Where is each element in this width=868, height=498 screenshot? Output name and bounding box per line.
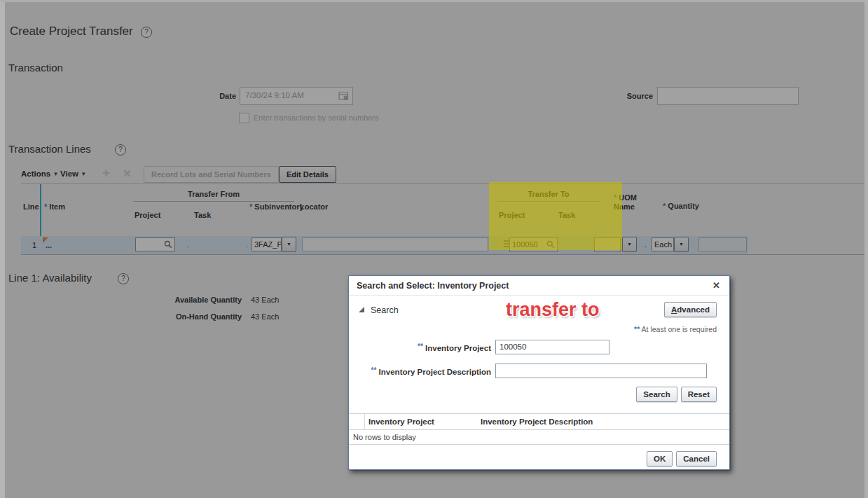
required-marker: ** [418,343,423,350]
inventory-project-description-input[interactable] [495,364,707,378]
search-section-label: Search [371,305,399,315]
results-top-border [349,413,729,414]
window-edge-top [0,0,868,2]
inventory-project-input[interactable]: 100050 [495,340,609,354]
results-col-header-project: Inventory Project [368,417,434,426]
required-note: ** At least one is required [634,325,717,333]
inventory-project-label: ** Inventory Project [349,343,491,352]
window-edge-left [0,0,5,498]
window-edge-right [864,0,868,498]
title-divider [349,295,729,296]
results-col-divider [364,414,365,429]
close-icon[interactable]: ✕ [712,280,720,291]
highlight-annotation-transfer-to [489,182,622,250]
red-text-annotation: transfer to [506,299,600,321]
search-actions: Search Reset [636,387,717,402]
dialog-footer-actions: OK Cancel [647,451,717,466]
inventory-project-description-label: ** Inventory Project Description [349,366,491,376]
dialog-title: Search and Select: Inventory Project [357,281,509,291]
cancel-button[interactable]: Cancel [676,451,717,466]
required-marker: ** [634,325,640,333]
search-button[interactable]: Search [636,387,677,402]
required-marker: ** [371,366,377,374]
advanced-button[interactable]: Advanced [664,302,717,317]
screen: Create Project Transfer ? Transaction Da… [0,0,868,498]
results-header-divider [349,429,729,430]
results-empty-message: No rows to display [353,433,416,441]
search-section-disclosure-icon[interactable] [359,307,364,312]
results-col-header-description: Inventory Project Description [481,417,593,426]
results-bottom-divider [349,444,729,445]
ok-button[interactable]: OK [647,451,673,466]
reset-button[interactable]: Reset [681,387,717,402]
